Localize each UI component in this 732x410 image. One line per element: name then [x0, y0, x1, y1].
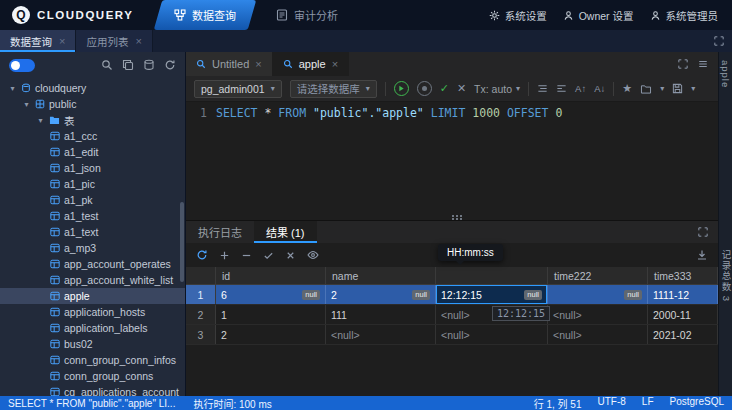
tree-node-table-conn_group_conns[interactable]: conn_group_conns	[0, 368, 185, 384]
cancel-edit-icon[interactable]	[285, 250, 296, 261]
nav-tab-data-query[interactable]: 数据查询	[154, 0, 257, 30]
nav-tab-audit[interactable]: 审计分析	[260, 0, 354, 30]
workspace-tab-data-query[interactable]: 数据查询 ×	[0, 30, 76, 52]
tree-node-table-a1_text[interactable]: a1_text	[0, 224, 185, 240]
table-cell[interactable]: 111	[326, 305, 436, 324]
delete-row-icon[interactable]	[241, 250, 252, 261]
table-cell[interactable]: 2	[216, 325, 326, 344]
close-icon[interactable]: ×	[332, 58, 338, 70]
uppercase-icon[interactable]: A↑	[575, 83, 586, 94]
format-sql-icon[interactable]	[537, 83, 548, 94]
favorite-icon[interactable]: ★	[622, 82, 632, 95]
tree-node-table-bus02[interactable]: bus02	[0, 336, 185, 352]
tree-node-table-a_mp3[interactable]: a_mp3	[0, 240, 185, 256]
column-header-time222[interactable]: time222	[548, 267, 648, 284]
row-number[interactable]: 1	[186, 285, 216, 304]
close-icon[interactable]: ×	[255, 58, 261, 70]
save-icon[interactable]	[672, 83, 683, 94]
database-select[interactable]: 请选择数据库 ▾	[290, 80, 377, 98]
table-cell[interactable]: 6null	[216, 285, 326, 304]
tree-node-table-application_labels[interactable]: application_labels	[0, 320, 185, 336]
compress-sql-icon[interactable]	[556, 83, 567, 94]
row-number[interactable]: 2	[186, 305, 216, 324]
table-row[interactable]: 16null2null12:12:15nullnull1111-12	[186, 285, 718, 305]
fullscreen-icon[interactable]	[698, 227, 708, 237]
tree-node-table-app_account_white_list[interactable]: app_account_white_list	[0, 272, 185, 288]
editing-cell[interactable]: 12:12:15null	[436, 285, 548, 304]
chevron-down-icon[interactable]: ▾	[8, 84, 17, 93]
fullscreen-icon[interactable]	[714, 36, 724, 46]
add-row-icon[interactable]	[219, 250, 230, 261]
tree-node-table-apple[interactable]: apple	[0, 288, 185, 304]
table-cell[interactable]: <null>	[548, 325, 648, 344]
table-cell[interactable]: 2null	[326, 285, 436, 304]
preview-icon[interactable]	[307, 249, 319, 261]
tree-node-table-a1_json[interactable]: a1_json	[0, 160, 185, 176]
column-header-time333[interactable]: time333	[648, 267, 718, 284]
resize-grip[interactable]	[452, 215, 454, 217]
set-null-chip[interactable]: null	[524, 290, 542, 300]
status-encoding[interactable]: UTF-8	[598, 396, 626, 410]
table-cell[interactable]: 2000-11	[648, 305, 718, 324]
lowercase-icon[interactable]: A↓	[594, 83, 605, 94]
tree-node-tables-folder[interactable]: ▾ 表	[0, 112, 185, 128]
close-icon[interactable]: ×	[135, 35, 141, 47]
close-icon[interactable]: ×	[59, 35, 65, 47]
commit-icon[interactable]: ✓	[440, 82, 449, 95]
tree-node-table-a1_pk[interactable]: a1_pk	[0, 192, 185, 208]
download-icon[interactable]	[696, 249, 708, 261]
scrollbar-thumb[interactable]	[180, 202, 184, 282]
search-icon[interactable]	[101, 59, 113, 71]
table-row[interactable]: 21111<null><null>2000-11	[186, 305, 718, 325]
stop-query-button[interactable]	[417, 81, 432, 96]
tree-node-table-a1_ccc[interactable]: a1_ccc	[0, 128, 185, 144]
tree-node-table-a1_pic[interactable]: a1_pic	[0, 176, 185, 192]
table-cell[interactable]: 2021-02	[648, 325, 718, 344]
system-settings-link[interactable]: 系统设置	[489, 8, 547, 23]
rollback-icon[interactable]: ✕	[457, 82, 466, 95]
tree-mode-toggle[interactable]	[9, 59, 35, 72]
owner-settings-link[interactable]: Owner 设置	[563, 8, 634, 23]
table-row[interactable]: 32<null><null><null>2021-02	[186, 325, 718, 345]
open-folder-icon[interactable]	[640, 84, 652, 94]
tree-node-table-a1_edit[interactable]: a1_edit	[0, 144, 185, 160]
tab-list-icon[interactable]	[698, 59, 708, 69]
table-cell[interactable]: <null>	[436, 325, 548, 344]
table-cell[interactable]: null	[548, 285, 648, 304]
tree-node-table-conn_group_conn_infos[interactable]: conn_group_conn_infos	[0, 352, 185, 368]
chevron-down-icon[interactable]: ▾	[36, 116, 45, 125]
sql-editor[interactable]: 1 SELECT * FROM "public"."apple" LIMIT 1…	[186, 102, 718, 220]
database-locate-icon[interactable]	[143, 59, 155, 71]
column-header-name[interactable]: name	[326, 267, 436, 284]
admin-account-link[interactable]: 系统管理员	[650, 8, 719, 23]
set-null-chip[interactable]: null	[624, 290, 642, 300]
status-eol[interactable]: LF	[642, 396, 654, 410]
tree-node-schema[interactable]: ▾ public	[0, 96, 185, 112]
confirm-edit-icon[interactable]	[263, 250, 274, 261]
time-picker-dropdown[interactable]: 12:12:15	[492, 306, 550, 321]
sql-code-line[interactable]: SELECT * FROM "public"."apple" LIMIT 100…	[216, 106, 562, 220]
collapsed-panel-tab-apple[interactable]: apple	[720, 60, 731, 88]
expand-icon[interactable]	[678, 59, 688, 69]
workspace-tab-app-list[interactable]: 应用列表 ×	[76, 30, 152, 52]
editor-tab-apple[interactable]: apple ×	[273, 52, 349, 76]
run-query-button[interactable]	[394, 81, 409, 96]
tab-results[interactable]: 结果 (1)	[254, 221, 317, 243]
refresh-icon[interactable]	[164, 59, 176, 71]
table-cell[interactable]: 1	[216, 305, 326, 324]
row-number[interactable]: 3	[186, 325, 216, 344]
tree-node-connection[interactable]: ▾ cloudquery	[0, 80, 185, 96]
copy-icon[interactable]	[122, 59, 134, 71]
set-null-chip[interactable]: null	[412, 290, 430, 300]
chevron-down-icon[interactable]: ▾	[22, 100, 31, 109]
column-header-time111[interactable]	[436, 267, 548, 284]
tab-execution-log[interactable]: 执行日志	[186, 221, 254, 243]
connection-select[interactable]: pg_admin001 ▾	[194, 80, 282, 98]
table-cell[interactable]: <null>	[548, 305, 648, 324]
tree-node-table-a1_test[interactable]: a1_test	[0, 208, 185, 224]
status-dialect[interactable]: PostgreSQL	[670, 396, 724, 410]
tree-node-table-cq_applications_account[interactable]: cq_applications_account	[0, 384, 185, 396]
tree-node-table-app_account_operates[interactable]: app_account_operates	[0, 256, 185, 272]
set-null-chip[interactable]: null	[302, 290, 320, 300]
column-header-id[interactable]: id	[216, 267, 326, 284]
